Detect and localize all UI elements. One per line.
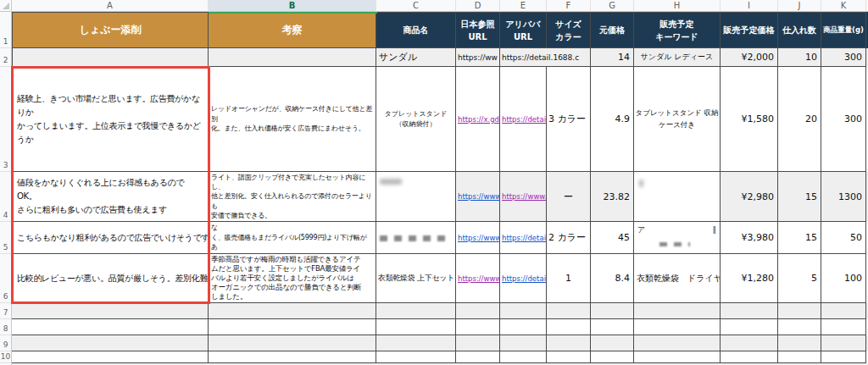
- cell-i6[interactable]: ¥1,280: [721, 254, 778, 303]
- column-header-i[interactable]: I: [721, 0, 778, 12]
- cell-f1-header-size-color[interactable]: サイズ カラー: [547, 12, 591, 48]
- row-header-9[interactable]: 9: [0, 335, 12, 351]
- cell-e1-header-alibaba-url[interactable]: アリババ URL: [500, 12, 547, 48]
- cell-b9[interactable]: [209, 335, 376, 351]
- cell-g8[interactable]: [591, 319, 634, 335]
- cell-d8[interactable]: [456, 319, 500, 335]
- cell-f4[interactable]: ー: [547, 172, 591, 222]
- cell-h4-redacted[interactable]: [634, 172, 721, 222]
- cell-f9[interactable]: [547, 335, 591, 351]
- cell-c3[interactable]: タブレットスタンド （収納袋付）: [376, 67, 456, 172]
- cell-k7[interactable]: [821, 303, 866, 319]
- cell-g2[interactable]: 14: [591, 48, 634, 67]
- cell-a7[interactable]: [12, 303, 209, 319]
- cell-c7[interactable]: [376, 303, 456, 319]
- cell-b4-comment[interactable]: ライト、譜面クリップ付きで充実したセット内容にし、 他と差別化。安く仕入れられる…: [209, 172, 376, 222]
- cell-g6[interactable]: 8.4: [591, 254, 634, 303]
- cell-i5[interactable]: ¥3,980: [721, 222, 778, 254]
- column-header-a[interactable]: A: [12, 0, 209, 12]
- link-d4[interactable]: https://www.: [456, 192, 500, 201]
- cell-b5-comment[interactable]: 出品済みライバルは強そうだが、まだライバル数は少な く、販売価格もまだライバル(…: [209, 222, 376, 254]
- cell-d1-header-japan-url[interactable]: 日本参照 URL: [456, 12, 500, 48]
- cell-i2[interactable]: ¥2,000: [721, 48, 778, 67]
- cell-g10[interactable]: [591, 351, 634, 363]
- row-header-6[interactable]: 6: [0, 254, 12, 303]
- cell-f8[interactable]: [547, 319, 591, 335]
- cell-b8[interactable]: [209, 319, 376, 335]
- link-d3[interactable]: https://x.gd/e: [456, 115, 500, 124]
- cell-a4-comment[interactable]: 値段をかなりくぐれる上にお得感もあるのでOK。 さらに粗利も多いので広告費も使え…: [12, 172, 209, 222]
- column-header-g[interactable]: G: [591, 0, 634, 12]
- cell-b2[interactable]: [209, 48, 376, 67]
- cell-d10[interactable]: [456, 351, 500, 363]
- column-header-c[interactable]: C: [376, 0, 456, 12]
- row-header-5[interactable]: 5: [0, 222, 12, 254]
- row-header-3[interactable]: 3: [0, 67, 12, 172]
- cell-b1-header-kousatsu[interactable]: 考察: [209, 12, 376, 48]
- cell-g4[interactable]: 23.82: [591, 172, 634, 222]
- cell-b3-comment[interactable]: レッドオーシャンだが、収納ケース付きにして他と差別 化。また、仕入れ価格が安く広…: [209, 67, 376, 172]
- cell-j6[interactable]: 5: [778, 254, 821, 303]
- cell-k10[interactable]: [821, 351, 866, 363]
- row-header-1[interactable]: 1: [0, 12, 12, 48]
- cell-g1-header-original-price[interactable]: 元価格: [591, 12, 634, 48]
- cell-h7[interactable]: [634, 303, 721, 319]
- cell-j3[interactable]: 20: [778, 67, 821, 172]
- cell-c10[interactable]: [376, 351, 456, 363]
- cell-h9[interactable]: [634, 335, 721, 351]
- cell-b10[interactable]: [209, 351, 376, 363]
- cell-i1-header-planned-price[interactable]: 販売予定価格: [721, 12, 778, 48]
- cell-i10[interactable]: [721, 351, 778, 363]
- column-header-b[interactable]: B: [209, 0, 376, 12]
- cell-f7[interactable]: [547, 303, 591, 319]
- cell-f6[interactable]: 1: [547, 254, 591, 303]
- cell-c4-redacted[interactable]: [376, 172, 456, 222]
- cell-d9[interactable]: [456, 335, 500, 351]
- cell-a6-comment[interactable]: 比較的レビューが悪い。品質が厳しそう。差別化難しい: [12, 254, 209, 303]
- cell-a10[interactable]: [12, 351, 209, 363]
- cell-j9[interactable]: [778, 335, 821, 351]
- cell-i7[interactable]: [721, 303, 778, 319]
- column-header-h[interactable]: H: [634, 0, 721, 12]
- cell-a8[interactable]: [12, 319, 209, 335]
- cell-e10[interactable]: [500, 351, 547, 363]
- cell-i9[interactable]: [721, 335, 778, 351]
- link-e5[interactable]: https://detail: [500, 234, 547, 242]
- cell-j8[interactable]: [778, 319, 821, 335]
- link-e3[interactable]: https://detail: [500, 115, 547, 124]
- cell-k1-header-weight[interactable]: 商品重量(g): [821, 12, 866, 48]
- cell-g7[interactable]: [591, 303, 634, 319]
- cell-k9[interactable]: [821, 335, 866, 351]
- cell-f10[interactable]: [547, 351, 591, 363]
- cell-c5-redacted[interactable]: [376, 222, 456, 254]
- row-header-2[interactable]: 2: [0, 48, 12, 67]
- cell-a2[interactable]: [12, 48, 209, 67]
- select-all-corner[interactable]: [0, 0, 12, 12]
- row-header-7[interactable]: 7: [0, 303, 12, 319]
- row-header-4[interactable]: 4: [0, 172, 12, 222]
- cell-c1-header-product-name[interactable]: 商品名: [376, 12, 456, 48]
- row-header-8[interactable]: 8: [0, 319, 12, 335]
- cell-g5[interactable]: 45: [591, 222, 634, 254]
- cell-k2[interactable]: 300: [821, 48, 866, 67]
- cell-e7[interactable]: [500, 303, 547, 319]
- cell-c6[interactable]: 衣類乾燥袋 上下セット: [376, 254, 456, 303]
- cell-h3[interactable]: タブレットスタンド 収納 ケース付き: [634, 67, 721, 172]
- column-header-d[interactable]: D: [456, 0, 500, 12]
- cell-j7[interactable]: [778, 303, 821, 319]
- cell-a5-comment[interactable]: こちらもかなり粗利があるので広告でいけそうです: [12, 222, 209, 254]
- column-header-f[interactable]: F: [547, 0, 591, 12]
- cell-b7[interactable]: [209, 303, 376, 319]
- cell-h8[interactable]: [634, 319, 721, 335]
- cell-d2[interactable]: https://ww: [456, 48, 500, 67]
- link-e6[interactable]: https://detail: [500, 274, 547, 283]
- cell-g9[interactable]: [591, 335, 634, 351]
- cell-g3[interactable]: 4.9: [591, 67, 634, 172]
- cell-i3[interactable]: ¥1,580: [721, 67, 778, 172]
- cell-k5[interactable]: 50: [821, 222, 866, 254]
- cell-h5-redacted[interactable]: ア ∥: [634, 222, 721, 254]
- link-e4[interactable]: https://www.: [500, 192, 547, 201]
- cell-k4[interactable]: 1300: [821, 172, 866, 222]
- cell-e9[interactable]: [500, 335, 547, 351]
- cell-b6-comment[interactable]: 季節商品ですが梅雨の時期も活躍できるアイテ ムだと思います。上下セットでFBA最…: [209, 254, 376, 303]
